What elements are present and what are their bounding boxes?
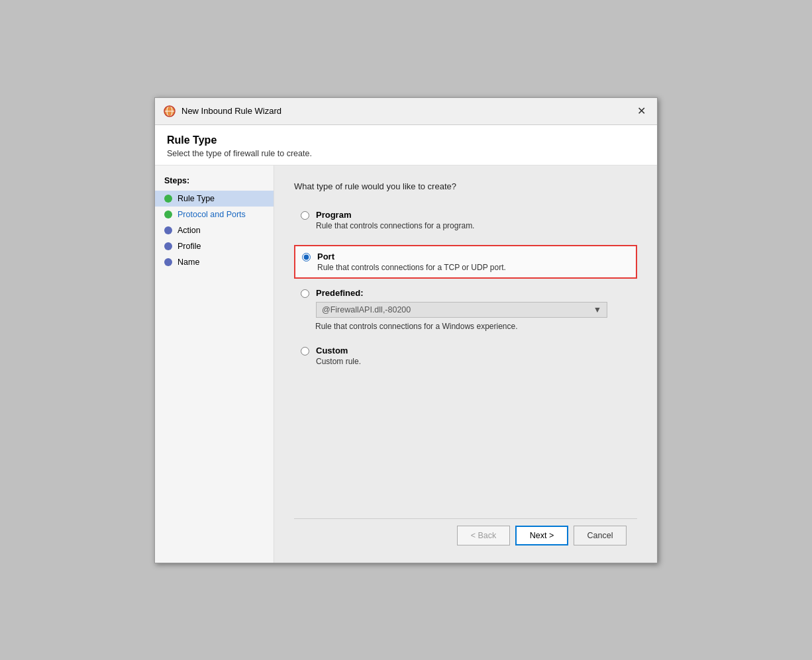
predefined-dropdown[interactable]: @FirewallAPI.dll,-80200 ▼ xyxy=(316,302,607,318)
custom-content: Custom Custom rule. xyxy=(316,346,361,366)
back-button[interactable]: < Back xyxy=(457,526,510,545)
cancel-button[interactable]: Cancel xyxy=(574,526,627,545)
step-label-action: Action xyxy=(178,226,201,235)
new-inbound-rule-wizard: New Inbound Rule Wizard ✕ Rule Type Sele… xyxy=(154,97,658,563)
step-label-protocol-ports: Protocol and Ports xyxy=(178,210,246,219)
predefined-desc: Rule that controls connections for a Win… xyxy=(315,322,631,331)
sidebar-item-name[interactable]: Name xyxy=(155,254,274,270)
custom-desc: Custom rule. xyxy=(316,357,361,366)
chevron-down-icon: ▼ xyxy=(593,305,601,314)
predefined-row: Predefined: @FirewallAPI.dll,-80200 ▼ xyxy=(301,288,631,318)
custom-label[interactable]: Custom xyxy=(316,346,361,355)
predefined-section: Predefined: @FirewallAPI.dll,-80200 ▼ Ru… xyxy=(294,288,637,331)
main-panel: What type of rule would you like to crea… xyxy=(274,165,657,563)
title-bar-left: New Inbound Rule Wizard xyxy=(163,105,281,118)
predefined-dropdown-value: @FirewallAPI.dll,-80200 xyxy=(322,305,411,314)
step-dot-protocol-ports xyxy=(164,211,172,218)
port-option-row: Port Rule that controls connections for … xyxy=(294,245,637,279)
port-radio[interactable] xyxy=(302,253,311,261)
port-content: Port Rule that controls connections for … xyxy=(317,252,506,272)
predefined-radio[interactable] xyxy=(301,289,309,298)
program-option-row: Program Rule that controls connections f… xyxy=(294,205,637,236)
wizard-icon xyxy=(163,105,176,118)
sidebar-item-profile[interactable]: Profile xyxy=(155,238,274,254)
step-dot-profile xyxy=(164,242,172,250)
predefined-label[interactable]: Predefined: xyxy=(316,288,607,298)
port-desc: Rule that controls connections for a TCP… xyxy=(317,263,506,272)
close-button[interactable]: ✕ xyxy=(633,103,649,119)
program-desc: Rule that controls connections for a pro… xyxy=(316,221,474,230)
sidebar-item-action[interactable]: Action xyxy=(155,222,274,238)
page-subtitle: Select the type of firewall rule to crea… xyxy=(167,149,645,158)
sidebar-item-protocol-ports[interactable]: Protocol and Ports xyxy=(155,207,274,222)
sidebar: Steps: Rule Type Protocol and Ports Acti… xyxy=(155,165,274,563)
program-content: Program Rule that controls connections f… xyxy=(316,210,474,230)
next-button[interactable]: Next > xyxy=(515,526,568,545)
step-label-profile: Profile xyxy=(178,242,201,251)
program-radio[interactable] xyxy=(301,211,309,220)
steps-label: Steps: xyxy=(155,172,274,191)
page-title: Rule Type xyxy=(167,134,645,146)
question-text: What type of rule would you like to crea… xyxy=(294,181,637,191)
program-label[interactable]: Program xyxy=(316,210,474,220)
header-area: Rule Type Select the type of firewall ru… xyxy=(155,125,657,165)
custom-option-row: Custom Custom rule. xyxy=(294,340,637,371)
dialog-title: New Inbound Rule Wizard xyxy=(181,106,281,116)
step-label-name: Name xyxy=(178,258,199,267)
port-label[interactable]: Port xyxy=(317,252,506,261)
predefined-content: Predefined: @FirewallAPI.dll,-80200 ▼ xyxy=(316,288,607,318)
step-dot-action xyxy=(164,226,172,234)
sidebar-item-rule-type[interactable]: Rule Type xyxy=(155,191,274,207)
custom-radio[interactable] xyxy=(301,347,309,355)
step-label-rule-type: Rule Type xyxy=(178,194,215,203)
step-dot-name xyxy=(164,258,172,266)
title-bar: New Inbound Rule Wizard ✕ xyxy=(155,98,657,125)
step-dot-rule-type xyxy=(164,195,172,203)
content-area: Steps: Rule Type Protocol and Ports Acti… xyxy=(155,165,657,563)
footer: < Back Next > Cancel xyxy=(294,518,637,552)
